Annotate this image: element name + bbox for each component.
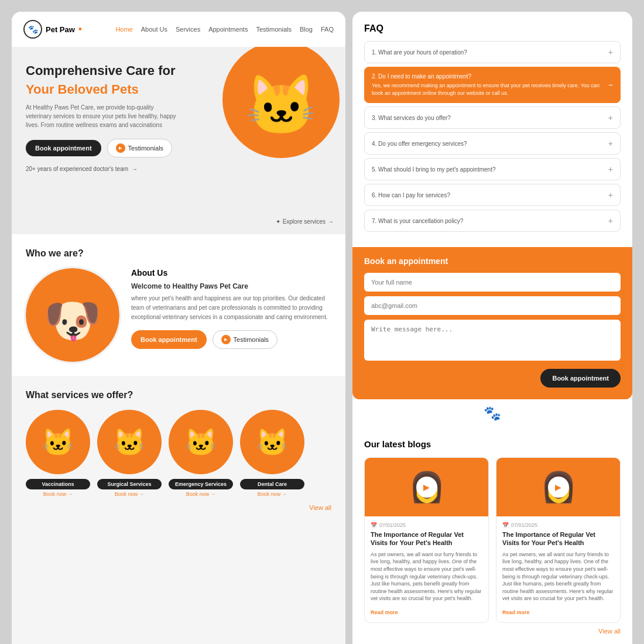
service-label-dental: Dental Care xyxy=(240,479,304,489)
about-buttons: Book appointment ▶ Testimonials xyxy=(131,330,331,349)
services-title: What services we offer? xyxy=(26,390,331,400)
service-img-dental: 🐱 xyxy=(240,410,304,474)
blogs-section: Our latest blogs 👩 ▶ 📅 07/01/2025 The Im… xyxy=(352,427,632,644)
nav-appointments[interactable]: Appointments xyxy=(208,26,248,33)
logo: 🐾 Pet Paw • xyxy=(23,20,82,39)
message-textarea[interactable] xyxy=(364,320,621,361)
blog-play-1[interactable]: ▶ xyxy=(416,477,437,498)
nav-about[interactable]: About Us xyxy=(141,26,167,33)
navbar: 🐾 Pet Paw • Home About Us Services Appoi… xyxy=(12,12,345,47)
blog-body-1: 📅 07/01/2025 The Importance of Regular V… xyxy=(365,516,488,622)
service-book-emergency[interactable]: Book now → xyxy=(169,491,233,497)
services-section: What services we offer? 🐱 Vaccinations B… xyxy=(12,376,345,525)
blog-excerpt-2: As pet owners, we all want our furry fri… xyxy=(502,551,614,602)
nav-home[interactable]: Home xyxy=(115,26,132,33)
hero-tagline: Comprehensive Care for xyxy=(26,63,178,78)
faq-item-7[interactable]: 7. What is your cancellation policy? + xyxy=(364,210,621,232)
blog-img-2: 👩 ▶ xyxy=(496,458,620,516)
faq-answer-2: Yes, we recommend making an appointment … xyxy=(372,82,608,97)
faq-item-5[interactable]: 5. What should I bring to my pet's appoi… xyxy=(364,158,621,180)
service-img-vaccinations: 🐱 xyxy=(26,410,90,474)
service-img-surgical: 🐱 xyxy=(97,410,162,474)
services-view-all[interactable]: View all xyxy=(26,504,331,511)
nav-services[interactable]: Services xyxy=(176,26,200,33)
faq-title: FAQ xyxy=(364,23,621,34)
about-testimonials-button[interactable]: ▶ Testimonials xyxy=(213,330,278,349)
nav-blog[interactable]: Blog xyxy=(300,26,313,33)
faq-item-2[interactable]: 2. Do I need to make an appointment? Yes… xyxy=(364,67,621,103)
blog-body-2: 📅 07/01/2025 The Importance of Regular V… xyxy=(496,516,620,622)
book-appointment-section: Book an appointment Book appointment xyxy=(352,247,632,399)
about-content: 🐶 About Us Welcome to Healthy Paws Pet C… xyxy=(26,268,331,362)
logo-icon: 🐾 xyxy=(23,20,42,39)
paw-divider: 🐾 xyxy=(352,399,632,427)
about-subtitle: About Us xyxy=(131,268,331,278)
hero-buttons: Book appointment ▶ Testimonials xyxy=(26,139,178,157)
blogs-view-all[interactable]: View all xyxy=(364,628,621,635)
blog-read-more-2[interactable]: Read more xyxy=(502,609,530,615)
about-section: Who we are? 🐶 About Us Welcome to Health… xyxy=(12,234,345,376)
about-text-block: About Us Welcome to Healthy Paws Pet Car… xyxy=(131,268,331,349)
brand-name: Pet Paw xyxy=(46,25,75,34)
about-book-button[interactable]: Book appointment xyxy=(131,330,207,349)
right-panel: FAQ 1. What are your hours of operation?… xyxy=(352,12,632,644)
service-card-dental: 🐱 Dental Care Book now → xyxy=(240,410,304,497)
about-paragraph: where your pet's health and happiness ar… xyxy=(131,294,331,322)
book-submit-button[interactable]: Book appointment xyxy=(540,369,621,388)
nav-testimonials[interactable]: Testimonials xyxy=(256,26,292,33)
service-img-emergency: 🐱 xyxy=(169,410,233,474)
faq-item-1[interactable]: 1. What are your hours of operation? + xyxy=(364,41,621,63)
service-card-vaccinations: 🐱 Vaccinations Book now → xyxy=(26,410,90,497)
blog-card-2: 👩 ▶ 📅 07/01/2025 The Importance of Regul… xyxy=(496,457,621,623)
hero-tagline-accent: Your Beloved Pets xyxy=(26,82,178,97)
services-grid: 🐱 Vaccinations Book now → 🐱 Surgical Ser… xyxy=(26,410,331,497)
hero-stats: 20+ years of experienced doctor's team → xyxy=(26,166,178,172)
hero-image: 🐱 xyxy=(211,47,345,211)
hero-section: Comprehensive Care for Your Beloved Pets… xyxy=(12,47,345,234)
service-book-surgical[interactable]: Book now → xyxy=(97,491,162,497)
explore-link[interactable]: ✦ Explore services → xyxy=(276,218,334,225)
blog-date-2: 📅 07/01/2025 xyxy=(502,522,614,528)
service-label-emergency: Emergency Services xyxy=(169,479,233,489)
blog-date-1: 📅 07/01/2025 xyxy=(371,522,482,528)
cat-image-circle: 🐱 xyxy=(222,47,340,158)
blogs-grid: 👩 ▶ 📅 07/01/2025 The Importance of Regul… xyxy=(364,457,621,623)
blog-post-title-2: The Importance of Regular Vet Visits for… xyxy=(502,530,614,547)
faq-item-3[interactable]: 3. What services do you offer? + xyxy=(364,107,621,129)
service-book-vaccinations[interactable]: Book now → xyxy=(26,491,90,497)
hero-description: At Healthy Paws Pet Care, we provide top… xyxy=(26,103,178,129)
service-card-emergency: 🐱 Emergency Services Book now → xyxy=(169,410,233,497)
email-input[interactable] xyxy=(364,296,621,315)
blog-play-2[interactable]: ▶ xyxy=(548,477,569,498)
book-form-title: Book an appointment xyxy=(364,256,621,266)
blog-card-1: 👩 ▶ 📅 07/01/2025 The Importance of Regul… xyxy=(364,457,489,623)
faq-item-4[interactable]: 4. Do you offer emergency services? + xyxy=(364,132,621,155)
nav-links: Home About Us Services Appointments Test… xyxy=(115,26,334,33)
nav-faq[interactable]: FAQ xyxy=(321,26,334,33)
dog-image-circle: 🐶 xyxy=(26,268,119,362)
hero-book-button[interactable]: Book appointment xyxy=(26,140,101,156)
explore-icon: ✦ xyxy=(276,218,280,225)
service-card-surgical: 🐱 Surgical Services Book now → xyxy=(97,410,162,497)
about-play-icon: ▶ xyxy=(221,335,231,344)
about-section-title: Who we are? xyxy=(26,248,331,259)
blogs-title: Our latest blogs xyxy=(364,439,621,449)
hero-text: Comprehensive Care for Your Beloved Pets… xyxy=(26,63,178,172)
play-icon: ▶ xyxy=(116,143,125,153)
about-heading: Welcome to Healthy Paws Pet Care xyxy=(131,282,331,290)
hero-testimonials-button[interactable]: ▶ Testimonials xyxy=(107,139,173,157)
faq-section: FAQ 1. What are your hours of operation?… xyxy=(352,12,632,247)
service-label-surgical: Surgical Services xyxy=(97,479,162,489)
blog-img-1: 👩 ▶ xyxy=(365,458,488,516)
blog-read-more-1[interactable]: Read more xyxy=(371,609,398,615)
blog-excerpt-1: As pet owners, we all want our furry fri… xyxy=(371,551,482,602)
faq-item-6[interactable]: 6. How can I pay for services? + xyxy=(364,184,621,206)
service-label-vaccinations: Vaccinations xyxy=(26,479,90,489)
blog-post-title-1: The Importance of Regular Vet Visits for… xyxy=(371,530,482,547)
left-panel: 🐾 Pet Paw • Home About Us Services Appoi… xyxy=(12,12,345,644)
service-book-dental[interactable]: Book now → xyxy=(240,491,304,497)
full-name-input[interactable] xyxy=(364,273,621,292)
